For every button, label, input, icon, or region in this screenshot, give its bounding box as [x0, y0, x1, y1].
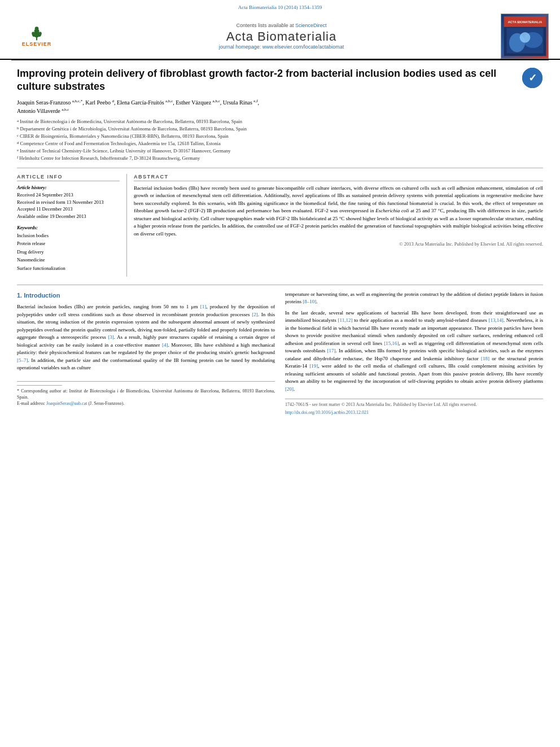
- journal-cover-image: ACTA BIOMATERIALIA: [501, 14, 549, 59]
- intro-para-3: In the last decade, several new applicat…: [285, 309, 543, 394]
- ref-11-12: [11,12]: [338, 317, 353, 323]
- article-history: Article history: Received 24 September 2…: [17, 185, 120, 220]
- keyword-1: Inclusion bodies: [17, 231, 120, 239]
- abstract-copyright: © 2013 Acta Materialia Inc. Published by…: [134, 241, 543, 247]
- journal-homepage: journal homepage: www.elsevier.com/locat…: [62, 44, 501, 50]
- crossmark-badge: ✓: [522, 67, 543, 89]
- body-divider: [17, 285, 543, 285]
- article-body: ARTICLE INFO Article history: Received 2…: [17, 168, 543, 277]
- corresponding-text: * Corresponding author at: Institut de B…: [17, 388, 275, 400]
- email-line: E-mail address: JoaquinSeras@uab.cat (J.…: [17, 400, 275, 407]
- journal-citation: Acta Biomaterialia 10 (2014) 1354–1359: [11, 5, 549, 10]
- ref-20: [20]: [285, 386, 294, 392]
- journal-center: Contents lists available at ScienceDirec…: [62, 23, 501, 50]
- email-address[interactable]: JoaquinSeras@uab.cat: [46, 401, 87, 406]
- ref-18: [18]: [481, 356, 489, 361]
- intro-heading: 1. Introduction: [17, 291, 275, 300]
- article-main: Improving protein delivery of fibroblast…: [0, 60, 560, 416]
- keyword-5: Surface functionalization: [17, 264, 120, 272]
- footer-bottom: 1742-7061/$ - see front matter © 2013 Ac…: [285, 399, 543, 408]
- page: Acta Biomaterialia 10 (2014) 1354–1359 E…: [0, 0, 560, 416]
- elsevier-logo: ELSEVIER: [11, 25, 62, 47]
- body-col-right: temperature or harvesting time, as well …: [285, 291, 543, 417]
- ref-3: [3]: [108, 334, 114, 340]
- sciencedirect-link[interactable]: ScienceDirect: [295, 23, 327, 28]
- ref-13-14: [13,14]: [488, 317, 503, 323]
- received-date: Received 24 September 2013: [17, 191, 120, 199]
- cover-svg: ACTA BIOMATERIALIA: [502, 16, 548, 56]
- svg-text:ACTA BIOMATERIALIA: ACTA BIOMATERIALIA: [508, 20, 542, 24]
- title-row: Improving protein delivery of fibroblast…: [17, 67, 543, 94]
- ref-5-7: [5–7]: [17, 357, 28, 363]
- ref-17: [17]: [327, 348, 336, 353]
- ref-1: [1]: [200, 304, 207, 309]
- affiliations: a Institut de Biotecnologia i de Biomedi…: [17, 119, 543, 161]
- keywords-label: Keywords:: [17, 225, 120, 230]
- body-columns: 1. Introduction Bacterial inclusion bodi…: [17, 291, 543, 417]
- article-footer: * Corresponding author at: Institut de B…: [17, 381, 275, 407]
- elsevier-tree-icon: [29, 25, 45, 41]
- svg-point-3: [35, 27, 39, 30]
- ref-19: [19]: [309, 363, 318, 369]
- footnote-corresponding: * Corresponding author at: Institut de B…: [17, 388, 275, 407]
- ref-15-16: [15,16]: [384, 340, 399, 346]
- journal-title: Acta Biomaterialia: [62, 29, 501, 44]
- revised-date: Received in revised form 13 November 201…: [17, 199, 120, 206]
- accepted-date: Accepted 11 December 2013: [17, 206, 120, 213]
- history-label: Article history:: [17, 185, 120, 190]
- svg-point-12: [519, 32, 530, 43]
- ref-2: [2]: [252, 312, 258, 317]
- journal-header: Acta Biomaterialia 10 (2014) 1354–1359 E…: [0, 0, 560, 60]
- body-col-left: 1. Introduction Bacterial inclusion bodi…: [17, 291, 275, 417]
- article-info-panel: ARTICLE INFO Article history: Received 2…: [17, 174, 127, 277]
- crossmark-icon: ✓: [522, 68, 542, 88]
- contents-line: Contents lists available at ScienceDirec…: [62, 23, 501, 28]
- keyword-4: Nanomedicine: [17, 256, 120, 264]
- ref-8-10: [8–10]: [303, 299, 316, 304]
- intro-para-2: temperature or harvesting time, as well …: [285, 291, 543, 306]
- footer-issn: 1742-7061/$ - see front matter © 2013 Ac…: [285, 401, 477, 408]
- article-info-label: ARTICLE INFO: [17, 174, 120, 181]
- abstract-panel: ABSTRACT Bacterial inclusion bodies (IBs…: [134, 174, 543, 277]
- footnote-divider: [17, 385, 62, 386]
- keywords-block: Keywords: Inclusion bodies Protein relea…: [17, 225, 120, 272]
- keyword-2: Protein release: [17, 239, 120, 247]
- keywords-list: Inclusion bodies Protein release Drug de…: [17, 231, 120, 272]
- intro-para-1: Bacterial inclusion bodies (IBs) are pro…: [17, 303, 275, 372]
- online-date: Available online 19 December 2013: [17, 213, 120, 220]
- footer-doi[interactable]: http://dx.doi.org/10.1016/j.actbio.2013.…: [285, 409, 543, 416]
- article-title: Improving protein delivery of fibroblast…: [17, 67, 522, 94]
- abstract-label: ABSTRACT: [134, 174, 543, 181]
- homepage-url[interactable]: www.elsevier.com/locate/actabiomat: [262, 44, 344, 50]
- authors-line: Joaquin Seras-Franzoso a,b,c,*, Karl Pee…: [17, 98, 543, 116]
- abstract-text: Bacterial inclusion bodies (IBs) have re…: [134, 185, 543, 238]
- ref-4: [4]: [162, 342, 168, 348]
- elsevier-wordmark: ELSEVIER: [22, 41, 52, 47]
- svg-text:✓: ✓: [528, 72, 537, 84]
- keyword-3: Drug delivery: [17, 248, 120, 256]
